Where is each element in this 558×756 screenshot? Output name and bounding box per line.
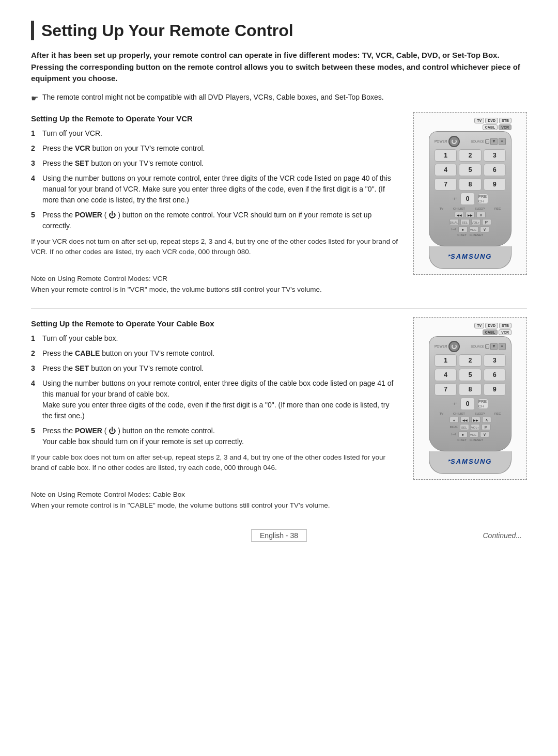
footer-continued: Continued... — [483, 531, 522, 540]
footer: English - 38 Continued... — [31, 529, 527, 542]
section2-note-if: If your cable box does not turn on after… — [31, 452, 398, 474]
btn-8: 8 — [459, 178, 481, 191]
btn-5b: 5 — [459, 369, 481, 381]
section1-note-mode: Note on Using Remote Control Modes: VCR … — [31, 274, 398, 295]
dvd-mode-btn: DVD — [485, 118, 498, 123]
btn-7: 7 — [435, 178, 457, 191]
remote-illustration-2: TV DVD STB CABL VCR POWER SOURCE ⬚ — [413, 317, 527, 480]
step-2-2: 2 Press the CABLE button on your TV's re… — [31, 348, 398, 359]
step-2-4: 4 Using the number buttons on your remot… — [31, 378, 398, 421]
remote-body-2: POWER SOURCE ⬚ ▼ ≡ — [429, 336, 512, 451]
section2-steps: 1 Turn off your cable box. 2 Press the C… — [31, 333, 398, 447]
step-text: Press the SET button on your TV's remote… — [42, 158, 398, 169]
cabl-mode-btn-2: CABL — [483, 329, 498, 335]
btn-2b: 2 — [459, 354, 481, 367]
step-text: Using the number buttons on your remote … — [42, 378, 398, 421]
section2-heading: Setting Up the Remote to Operate Your Ca… — [31, 319, 398, 328]
footer-page-label: English - 38 — [251, 529, 307, 542]
section1-heading: Setting Up the Remote to Operate Your VC… — [31, 114, 398, 123]
bottom-labels-1: TV CH.LIST SLEEP REC — [435, 207, 506, 210]
step-num: 1 — [31, 333, 42, 344]
page-title: Setting Up Your Remote Control — [31, 21, 527, 40]
step-num: 2 — [31, 143, 42, 154]
step-text: Press the POWER ( ⏻ ) button on the remo… — [42, 210, 398, 231]
section2-remote: TV DVD STB CABL VCR POWER SOURCE ⬚ — [413, 317, 527, 514]
btn-6b: 6 — [484, 369, 506, 381]
step-1-3: 3 Press the SET button on your TV's remo… — [31, 158, 398, 169]
btn-9: 9 — [484, 178, 506, 191]
step-text: Press the SET button on your TV's remote… — [42, 363, 398, 374]
step-text: Turn off your cable box. — [42, 333, 398, 344]
step-num: 2 — [31, 348, 42, 359]
btn-4b: 4 — [435, 369, 457, 381]
samsung-logo-1: SAMSUNG — [451, 253, 492, 260]
step-2-3: 3 Press the SET button on your TV's remo… — [31, 363, 398, 374]
zero-row-2: ⁻/⁺ 0 PRE-CH — [435, 398, 506, 410]
section2-note-mode: Note on Using Remote Control Modes: Cabl… — [31, 490, 398, 511]
step-num: 3 — [31, 363, 42, 374]
section2-layout: Setting Up the Remote to Operate Your Ca… — [31, 317, 527, 514]
btn-4: 4 — [435, 164, 457, 176]
stb-mode-btn: STB — [499, 118, 512, 123]
section1-layout: Setting Up the Remote to Operate Your VC… — [31, 112, 527, 298]
numpad-1: 1 2 3 4 5 6 7 8 9 — [435, 149, 506, 191]
step-num: 5 — [31, 426, 42, 436]
note-text: The remote control might not be compatib… — [42, 92, 384, 103]
intro-paragraph: After it has been set up properly, your … — [31, 50, 527, 85]
power-btn-2 — [448, 341, 460, 352]
btn-3b: 3 — [484, 354, 506, 367]
btn-0: 0 — [460, 193, 475, 205]
cabl-mode-btn: CABL — [483, 124, 498, 130]
section-divider — [31, 308, 527, 309]
btn-1b: 1 — [435, 354, 457, 367]
step-text: Turn off your VCR. — [42, 128, 398, 139]
btn-3: 3 — [484, 149, 506, 162]
step-num: 1 — [31, 128, 42, 139]
step-text: Press the CABLE button on your TV's remo… — [42, 348, 398, 359]
zero-row-1: ⁻/⁺ 0 PRE-CH — [435, 193, 506, 205]
tv-mode-btn: TV — [474, 118, 484, 123]
btn-2: 2 — [459, 149, 481, 162]
btn-9b: 9 — [484, 383, 506, 396]
note-icon: ☛ — [31, 92, 38, 105]
btn-5: 5 — [459, 164, 481, 176]
btn-1: 1 — [435, 149, 457, 162]
step-2-1: 1 Turn off your cable box. — [31, 333, 398, 344]
step-1-2: 2 Press the VCR button on your TV's remo… — [31, 143, 398, 154]
step-2-5: 5 Press the POWER ( ⏻ ) button on the re… — [31, 426, 398, 447]
vcr-mode-btn-2: VCR — [499, 329, 512, 335]
step-num: 4 — [31, 173, 42, 184]
step-text: Press the POWER ( ⏻ ) button on the remo… — [42, 426, 398, 447]
vcr-mode-btn: VCR — [499, 124, 512, 130]
btn-0b: 0 — [460, 398, 475, 410]
step-text: Press the VCR button on your TV's remote… — [42, 143, 398, 154]
step-num: 4 — [31, 378, 42, 389]
tv-mode-btn-2: TV — [474, 323, 484, 328]
remote-illustration-1: TV DVD STB CABL VCR POWER SOURCE ⬚ — [413, 112, 527, 275]
power-btn — [448, 136, 460, 147]
dvd-mode-btn-2: DVD — [485, 323, 498, 328]
remote-body-1: POWER SOURCE ⬚ ▼ ≡ — [429, 131, 512, 246]
stb-mode-btn-2: STB — [499, 323, 512, 328]
btn-6: 6 — [484, 164, 506, 176]
step-1-5: 5 Press the POWER ( ⏻ ) button on the re… — [31, 210, 398, 231]
step-1-1: 1 Turn off your VCR. — [31, 128, 398, 139]
step-num: 3 — [31, 158, 42, 169]
step-1-4: 4 Using the number buttons on your remot… — [31, 173, 398, 206]
samsung-logo-2: SAMSUNG — [451, 458, 492, 465]
section1-note-if: If your VCR does not turn on after set-u… — [31, 237, 398, 258]
step-text: Using the number buttons on your remote … — [42, 173, 398, 206]
btn-7b: 7 — [435, 383, 457, 396]
section1-remote: TV DVD STB CABL VCR POWER SOURCE ⬚ — [413, 112, 527, 298]
section1-steps: 1 Turn off your VCR. 2 Press the VCR but… — [31, 128, 398, 231]
note-item: ☛ The remote control might not be compat… — [31, 92, 527, 105]
section1-left: Setting Up the Remote to Operate Your VC… — [31, 112, 398, 298]
btn-8b: 8 — [459, 383, 481, 396]
numpad-2: 1 2 3 4 5 6 7 8 9 — [435, 354, 506, 396]
section2-left: Setting Up the Remote to Operate Your Ca… — [31, 317, 398, 514]
bottom-labels-2: TV CH.LIST SLEEP REC — [435, 412, 506, 415]
step-num: 5 — [31, 210, 42, 220]
